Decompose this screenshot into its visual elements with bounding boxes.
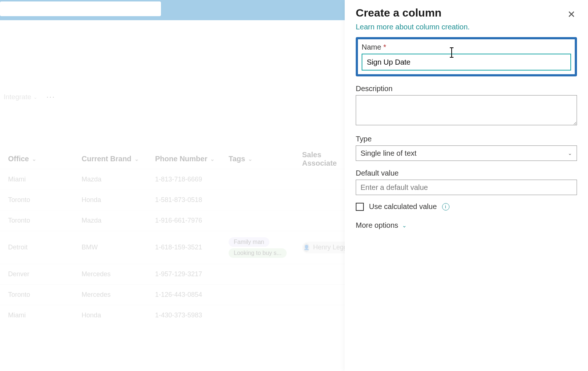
table-row[interactable]: Miami Mazda 1-813-718-6669	[0, 169, 345, 190]
more-actions-button[interactable]: ···	[46, 92, 55, 102]
column-header-brand[interactable]: Current Brand⌄	[74, 155, 147, 163]
use-calculated-checkbox[interactable]	[356, 203, 364, 211]
column-name-input[interactable]	[362, 54, 571, 71]
avatar-icon: 👤	[304, 243, 309, 252]
type-label: Type	[356, 135, 577, 143]
table-row[interactable]: Toronto Honda 1-581-873-0518	[0, 190, 345, 210]
default-value-label: Default value	[356, 169, 577, 177]
tags-cell: Family man Looking to buy s...	[220, 237, 294, 259]
more-options-toggle[interactable]: More options ⌄	[356, 221, 577, 230]
sales-cell: 👤 Henry Legge	[294, 242, 353, 253]
column-header-sales[interactable]: Sales Associate	[294, 151, 353, 168]
table-row[interactable]: Denver Mercedes 1-957-129-3217	[0, 264, 345, 284]
use-calculated-label: Use calculated value	[369, 202, 437, 211]
integrate-label: Integrate	[4, 93, 31, 101]
command-bar: Integrate ⌄ ···	[0, 87, 345, 107]
name-label: Name *	[362, 43, 571, 51]
table-row[interactable]: Detroit BMW 1-618-159-3521 Family man Lo…	[0, 231, 345, 264]
table-row[interactable]: Toronto Mazda 1-916-661-7976	[0, 210, 345, 231]
column-header-phone[interactable]: Phone Number⌄	[147, 155, 220, 163]
tag-pill[interactable]: Family man	[229, 237, 269, 247]
column-header-office[interactable]: Office⌄	[0, 155, 74, 163]
panel-title: Create a column	[356, 7, 577, 19]
chevron-down-icon: ⌄	[33, 94, 37, 100]
chevron-down-icon: ⌄	[248, 156, 252, 162]
table-row[interactable]: Miami Honda 1-430-373-5983	[0, 305, 345, 325]
chevron-down-icon: ⌄	[32, 156, 36, 162]
name-field-highlight: Name *	[356, 37, 577, 76]
description-input[interactable]	[356, 95, 577, 125]
type-select[interactable]: Single line of text ⌄	[356, 145, 577, 161]
close-button[interactable]: ✕	[567, 9, 576, 20]
list-table: Office⌄ Current Brand⌄ Phone Number⌄ Tag…	[0, 149, 345, 325]
chevron-down-icon: ⌄	[568, 150, 572, 156]
tag-pill[interactable]: Looking to buy s...	[229, 248, 287, 258]
search-input[interactable]	[0, 1, 161, 16]
learn-more-link[interactable]: Learn more about column creation.	[356, 23, 577, 31]
description-label: Description	[356, 84, 577, 93]
chevron-down-icon: ⌄	[210, 156, 215, 162]
table-row[interactable]: Toronto Mercedes 1-126-443-0854	[0, 284, 345, 305]
default-value-input[interactable]: Enter a default value	[356, 180, 577, 195]
integrate-menu[interactable]: Integrate ⌄	[4, 93, 37, 101]
column-header-tags[interactable]: Tags⌄	[220, 155, 294, 163]
create-column-panel: Create a column ✕ Learn more about colum…	[345, 0, 588, 371]
info-icon[interactable]: i	[442, 203, 449, 210]
chevron-down-icon: ⌄	[402, 222, 407, 229]
chevron-down-icon: ⌄	[135, 156, 139, 162]
